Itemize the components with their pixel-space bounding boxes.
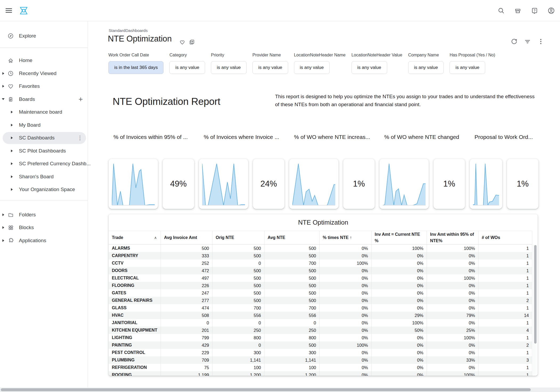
cell-value[interactable]: 25% — [427, 327, 479, 334]
cell-value[interactable]: 0% — [427, 349, 479, 356]
filter-chip-work-order-call-date[interactable]: is in the last 365 days — [108, 61, 163, 74]
cell-value[interactable]: 1 — [479, 371, 532, 376]
cell-value[interactable]: 0% — [427, 289, 479, 297]
column-header-avg-invoice-amt[interactable]: Avg Invoice Amt — [161, 231, 212, 244]
cell-value[interactable]: 247 — [161, 289, 212, 297]
chevron-right-icon[interactable] — [10, 124, 14, 126]
cell-value[interactable]: 0% — [371, 282, 427, 289]
chevron-right-icon[interactable] — [10, 162, 14, 165]
cell-trade[interactable]: REFRIGERATION — [109, 364, 161, 371]
chevron-right-icon[interactable] — [1, 85, 5, 88]
more-vert-icon[interactable] — [537, 37, 545, 46]
cell-value[interactable]: 1 — [479, 364, 532, 371]
cell-value[interactable]: 700 — [264, 304, 320, 312]
cell-value[interactable]: 0% — [320, 334, 371, 341]
cell-value[interactable]: 1 — [479, 274, 532, 282]
cell-value[interactable]: 500 — [264, 274, 320, 282]
cell-value[interactable]: 429 — [161, 341, 212, 349]
cell-value[interactable]: 0% — [427, 297, 479, 304]
menu-icon[interactable] — [5, 6, 13, 15]
cell-value[interactable]: 1,141 — [212, 356, 264, 364]
kpi-sparkline-tile[interactable] — [289, 159, 338, 209]
cell-value[interactable]: 0% — [371, 297, 427, 304]
cell-value[interactable]: 4 — [479, 327, 532, 334]
cell-value[interactable]: 700 — [264, 259, 320, 267]
cell-value[interactable]: 100% — [371, 245, 427, 252]
cell-trade[interactable]: DOORS — [109, 267, 161, 274]
cell-value[interactable]: 1,199 — [161, 371, 212, 376]
cell-trade[interactable]: GATES — [109, 289, 161, 297]
search-icon[interactable] — [497, 6, 505, 15]
cell-trade[interactable]: FLOORING — [109, 282, 161, 289]
sidebar-item-sc-dashboards[interactable]: SC Dashboards⋮ — [0, 131, 88, 145]
cell-value[interactable]: 79% — [427, 312, 479, 319]
cell-value[interactable]: 0% — [320, 349, 371, 356]
kpi-sparkline-tile[interactable] — [109, 159, 158, 209]
cell-value[interactable]: 556 — [264, 312, 320, 319]
cell-value[interactable]: 0% — [371, 371, 427, 376]
column-header-avg-nte[interactable]: Avg NTE — [264, 231, 320, 244]
cell-value[interactable]: 0% — [320, 356, 371, 364]
sidebar-item-applications[interactable]: Applications — [0, 234, 88, 247]
cell-trade[interactable]: ALARMS — [109, 245, 161, 252]
cell-value[interactable]: 0 — [212, 319, 264, 327]
chevron-right-icon[interactable] — [10, 137, 14, 139]
cell-value[interactable]: 500 — [161, 245, 212, 252]
cell-value[interactable]: 100 — [264, 364, 320, 371]
kpi-sparkline-tile[interactable] — [470, 159, 502, 209]
cell-value[interactable]: 333 — [161, 252, 212, 259]
chevron-right-icon[interactable] — [1, 72, 5, 75]
cell-value[interactable]: 0 — [161, 319, 212, 327]
cell-value[interactable]: 0% — [427, 267, 479, 274]
sidebar-item-my-board[interactable]: My Board — [0, 119, 88, 132]
cell-value[interactable]: 500 — [264, 267, 320, 274]
cell-trade[interactable]: ELECTRICAL — [109, 274, 161, 282]
cell-value[interactable]: 500 — [212, 274, 264, 282]
column-header-of-wos[interactable]: # of WOs — [479, 231, 532, 244]
cell-value[interactable]: 1 — [479, 349, 532, 356]
cell-value[interactable]: 100% — [427, 334, 479, 341]
cell-value[interactable]: 1 — [479, 259, 532, 267]
sidebar-item-sharon-s-board[interactable]: Sharon's Board — [0, 170, 88, 183]
cell-trade[interactable]: KITCHEN EQUIPMENT — [109, 327, 161, 334]
kpi-value-tile[interactable]: 24% — [253, 159, 284, 209]
cell-value[interactable]: 0% — [320, 312, 371, 319]
cell-value[interactable]: 0% — [320, 304, 371, 312]
column-header-times-nte[interactable]: % times NTE ↑ — [320, 231, 371, 244]
kpi-value-tile[interactable]: 49% — [163, 159, 194, 209]
sidebar-item-maintenance-board[interactable]: Maintenance board — [0, 106, 88, 119]
cell-value[interactable]: 0% — [427, 319, 479, 327]
cell-value[interactable]: 500 — [264, 341, 320, 349]
cell-value[interactable]: 277 — [161, 297, 212, 304]
column-header-trade[interactable]: Trade∧ — [109, 231, 161, 244]
cell-value[interactable]: 3 — [479, 356, 532, 364]
cell-value[interactable]: 799 — [161, 334, 212, 341]
table-scrollbar[interactable] — [534, 245, 537, 375]
filter-chip-priority[interactable]: is any value — [211, 61, 247, 74]
sidebar-item-boards[interactable]: Boards+ — [0, 93, 88, 106]
cell-value[interactable]: 29% — [371, 312, 427, 319]
cell-value[interactable]: 0% — [427, 304, 479, 312]
cell-value[interactable]: 0% — [320, 245, 371, 252]
cell-value[interactable]: 300 — [264, 349, 320, 356]
cell-value[interactable]: 500 — [212, 267, 264, 274]
cell-value[interactable]: 1,141 — [264, 356, 320, 364]
cell-value[interactable]: 500 — [212, 282, 264, 289]
cell-value[interactable]: 700 — [212, 304, 264, 312]
breadcrumb[interactable]: StandardDashboards — [109, 28, 148, 33]
cell-value[interactable]: 500 — [264, 297, 320, 304]
filter-chip-category[interactable]: is any value — [169, 61, 205, 74]
sidebar-item-blocks[interactable]: Blocks — [0, 221, 88, 234]
kpi-value-tile[interactable]: 1% — [434, 159, 465, 209]
cell-value[interactable]: 500 — [212, 245, 264, 252]
cell-trade[interactable]: PAINTING — [109, 341, 161, 349]
cell-value[interactable]: 226 — [161, 282, 212, 289]
cell-value[interactable]: 0% — [320, 267, 371, 274]
cell-value[interactable]: 1,200 — [212, 371, 264, 376]
cell-value[interactable]: 0 — [264, 319, 320, 327]
cell-value[interactable]: 0% — [371, 364, 427, 371]
item-menu-icon[interactable]: ⋮ — [77, 135, 83, 141]
sidebar-item-recently-viewed[interactable]: Recently Viewed — [0, 67, 88, 80]
sidebar-item-home[interactable]: Home — [0, 54, 88, 67]
cell-value[interactable]: 75 — [161, 364, 212, 371]
